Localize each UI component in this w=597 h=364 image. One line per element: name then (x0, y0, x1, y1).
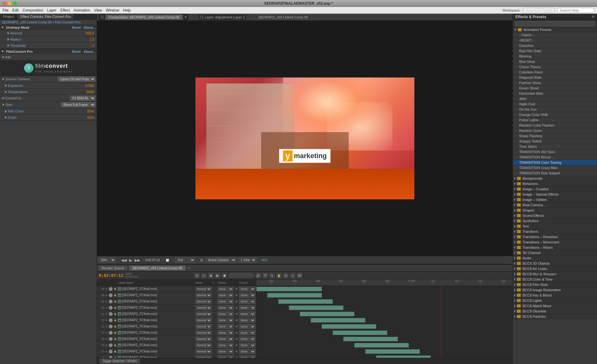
maximize-button[interactable] (13, 2, 17, 5)
layer-expand-72[interactable] (105, 319, 108, 322)
layer-eye-72[interactable] (109, 318, 113, 322)
effects-item-0-22[interactable]: TRANSITION 360 Spin (513, 149, 597, 155)
track-bar-69[interactable] (278, 299, 333, 304)
preview-grid-btn[interactable]: ⊞ (200, 258, 204, 262)
effects-item-0-1[interactable]: -RESET-- (513, 38, 597, 43)
layer-mode-select-75[interactable]: Normal (195, 337, 212, 342)
effects-section-header-18[interactable]: BCC8 Art Looks (513, 266, 597, 272)
layer-lock-76[interactable]: 🔒 (113, 343, 117, 347)
timeline-btn-6[interactable]: 🔊 (256, 273, 261, 278)
layer-parent-select-77[interactable]: None (239, 349, 255, 354)
layer-mode-select-77[interactable]: Normal (195, 349, 212, 354)
amount-value[interactable]: 100.0 (85, 31, 94, 35)
effects-section-header-12[interactable]: Transitions – Dissolves (513, 234, 597, 240)
comp-tab-label[interactable]: SEORAPZ_v03 Linked Comp 05 (258, 15, 308, 19)
effects-item-0-9[interactable]: Fashion Show (513, 80, 597, 86)
layer-parent-select-78[interactable]: None (239, 355, 255, 358)
effects-item-0-17[interactable]: Random Color Flashes (513, 123, 597, 128)
preview-ram-btn[interactable]: 🔲 (164, 258, 170, 262)
layer-eye-73[interactable] (109, 325, 113, 328)
effects-item-0-25[interactable]: TRANSITION Crazy Man (513, 165, 597, 171)
timeline-btn-4[interactable]: ▶ (215, 273, 220, 278)
effects-section-header-24[interactable]: BCC8 Lights (513, 298, 597, 303)
effects-section-header-9[interactable]: Synthetics (513, 218, 597, 224)
layer-parent-select-75[interactable]: None (239, 337, 255, 342)
layer-eye-67[interactable] (109, 287, 113, 291)
timeline-motion-btn[interactable]: M (283, 273, 288, 278)
effects-section-header-21[interactable]: BCC8 Film Style (513, 282, 597, 287)
timeline-search-input[interactable] (229, 273, 254, 278)
tab-render-queue[interactable]: Render Queue (98, 265, 128, 271)
menu-item-file[interactable]: File (3, 8, 8, 12)
layer-lock-73[interactable]: 🔒 (113, 325, 117, 328)
layer-trkmat-select-75[interactable]: None (217, 337, 234, 342)
layer-expand-70[interactable] (105, 306, 108, 309)
layer-parent-select-67[interactable]: None (239, 287, 255, 292)
effects-item-0-20[interactable]: Snappy Twitch (513, 139, 597, 144)
timeline-btn-1[interactable]: ⊟ (195, 273, 200, 278)
layer-trkmat-select-77[interactable]: None (217, 349, 234, 354)
layer-expand-75[interactable] (105, 337, 108, 341)
effects-section-header-8[interactable]: Sound Effects (513, 213, 597, 218)
layer-lock-74[interactable]: 🔒 (113, 331, 117, 335)
track-bar-75[interactable] (343, 337, 398, 341)
layer-trkmat-select-74[interactable]: None (217, 330, 234, 335)
layer-mode-select-78[interactable]: Normal (195, 355, 212, 358)
layer-expand-71[interactable] (105, 312, 108, 316)
layer-eye-74[interactable] (109, 331, 113, 335)
effects-presets-close[interactable]: ✕ (591, 15, 594, 19)
effects-section-header-19[interactable]: BCC8 Blur & Sharpen (513, 272, 597, 277)
filmconvert-about[interactable]: About... (84, 50, 95, 53)
effects-section-header-14[interactable]: Transitions – Wipes (513, 245, 597, 250)
effects-item-0-8[interactable]: Diagonal Slide (513, 75, 597, 80)
timeline-adjustment-btn[interactable]: A (290, 273, 295, 278)
layer-mode-select-70[interactable]: Normal (195, 305, 212, 310)
effects-item-0-10[interactable]: Green Street (513, 86, 597, 91)
layer-parent-select-69[interactable]: None (239, 299, 255, 304)
layer-eye-75[interactable] (109, 337, 113, 341)
layer-lock-72[interactable]: 🔒 (113, 318, 117, 322)
layer-expand-68[interactable] (105, 294, 108, 297)
effects-item-0-21[interactable]: Time Jitters (513, 144, 597, 149)
effects-section-header-11[interactable]: Transform (513, 229, 597, 234)
effects-item-0-7[interactable]: Colorless Flash (513, 70, 597, 75)
timeline-btn-7[interactable]: 🎬 (263, 273, 268, 278)
layer-mode-select-69[interactable]: Normal (195, 299, 212, 304)
layer-trkmat-select-70[interactable]: None (217, 305, 234, 310)
layer-lock-75[interactable]: 🔒 (113, 337, 117, 341)
effects-section-header-0[interactable]: Animation Presets (513, 27, 597, 32)
timeline-btn-2[interactable]: ↩ (201, 273, 206, 278)
film-color-value[interactable]: 50% (87, 109, 94, 113)
layer-solo-75[interactable]: ◉ (234, 337, 239, 341)
size-dropdown[interactable]: 35mm Full Frame (61, 102, 95, 107)
effects-item-0-4[interactable]: Blinking (513, 54, 597, 59)
effects-section-header-20[interactable]: BCC8 Color & Tone (513, 277, 597, 282)
track-bar-72[interactable] (311, 318, 365, 322)
effects-section-header-7[interactable]: Shapes (513, 208, 597, 213)
layer-solo-73[interactable]: ◉ (234, 325, 239, 328)
toggle-switches-modes-btn[interactable]: Toggle Switches / Modes (99, 359, 140, 363)
layer-solo-77[interactable]: ◉ (234, 350, 239, 353)
timeline-btn-3[interactable]: ◀ (208, 273, 213, 278)
play-btn[interactable]: ▶ (129, 258, 133, 262)
tab-timeline-comp[interactable]: SEORAPZ_v03 Linked Comp 05 (129, 265, 186, 271)
layer-mode-select-76[interactable]: Normal (195, 343, 212, 348)
layer-eye-68[interactable] (109, 293, 113, 297)
effects-section-header-3[interactable]: Image – Creative (513, 187, 597, 192)
close-button[interactable] (3, 2, 6, 5)
next-frame-btn[interactable]: ▶▶ (134, 258, 141, 262)
layer-lock-71[interactable]: 🔒 (113, 312, 117, 316)
layer-trkmat-select-71[interactable]: None (217, 312, 234, 317)
layer-eye-69[interactable] (109, 300, 113, 303)
menu-item-window[interactable]: Window (106, 8, 119, 12)
effects-section-header-23[interactable]: BCC8 Key & Blend (513, 293, 597, 298)
effects-item-0-3[interactable]: Bad Film Gate (513, 48, 597, 54)
layer-eye-71[interactable] (109, 312, 113, 316)
effects-item-0-26[interactable]: TRANSITION Side Swiped (513, 171, 597, 176)
layer-mode-select-71[interactable]: Normal (195, 312, 212, 317)
layer-solo-71[interactable]: ◉ (234, 312, 239, 316)
track-bar-68[interactable] (267, 293, 322, 297)
source-camera-dropdown[interactable]: Canon D5 mkII Prolost (58, 77, 95, 82)
layer-expand-76[interactable] (105, 344, 108, 347)
track-bar-70[interactable] (289, 306, 343, 310)
